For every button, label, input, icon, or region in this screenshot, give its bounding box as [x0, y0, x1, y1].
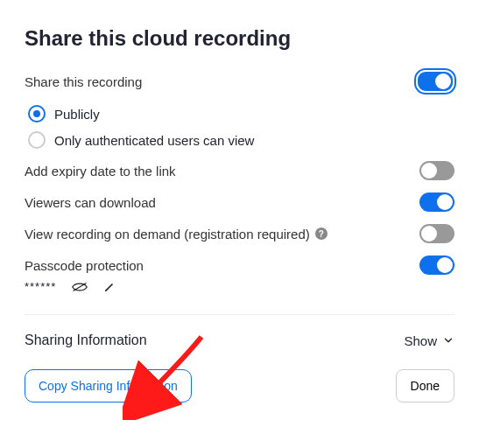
- divider: [25, 314, 454, 315]
- edit-passcode-icon[interactable]: [103, 281, 116, 293]
- radio-unselected-icon: [28, 131, 46, 149]
- copy-sharing-info-button[interactable]: Copy Sharing Information: [25, 369, 192, 402]
- expiry-label: Add expiry date to the link: [25, 164, 176, 178]
- download-row: Viewers can download: [25, 192, 454, 212]
- passcode-label: Passcode protection: [25, 258, 144, 273]
- visibility-group: Publicly Only authenticated users can vi…: [25, 105, 454, 149]
- ondemand-label: View recording on demand (registration r…: [25, 227, 310, 242]
- ondemand-row: View recording on demand (registration r…: [25, 224, 454, 243]
- visibility-authenticated[interactable]: Only authenticated users can view: [28, 131, 454, 149]
- reveal-passcode-icon[interactable]: [72, 282, 88, 292]
- share-recording-panel: Share this cloud recording Share this re…: [0, 0, 479, 429]
- download-label: Viewers can download: [25, 195, 156, 210]
- passcode-toggle[interactable]: [419, 256, 454, 275]
- share-recording-label: Share this recording: [25, 74, 142, 89]
- passcode-line: ******: [25, 280, 454, 293]
- expiry-row: Add expiry date to the link: [25, 161, 454, 180]
- radio-selected-icon: [28, 105, 46, 122]
- done-button[interactable]: Done: [396, 369, 454, 402]
- help-icon[interactable]: ?: [315, 228, 328, 240]
- ondemand-toggle[interactable]: [419, 224, 454, 243]
- sharing-info-toggle[interactable]: Show: [404, 333, 454, 348]
- footer: Copy Sharing Information Done: [25, 369, 454, 402]
- visibility-publicly-label: Publicly: [54, 107, 100, 122]
- share-recording-toggle[interactable]: [416, 70, 454, 93]
- visibility-publicly[interactable]: Publicly: [28, 105, 454, 122]
- sharing-info-toggle-label: Show: [404, 333, 437, 348]
- sharing-info-row: Sharing Information Show: [25, 332, 454, 348]
- visibility-authenticated-label: Only authenticated users can view: [54, 133, 254, 148]
- share-recording-row: Share this recording: [25, 70, 454, 93]
- passcode-value: ******: [25, 280, 56, 293]
- expiry-toggle[interactable]: [419, 161, 454, 180]
- download-toggle[interactable]: [419, 192, 454, 212]
- passcode-row: Passcode protection: [25, 256, 454, 275]
- sharing-info-label: Sharing Information: [25, 332, 147, 348]
- chevron-down-icon: [442, 334, 454, 346]
- dialog-title: Share this cloud recording: [25, 26, 454, 51]
